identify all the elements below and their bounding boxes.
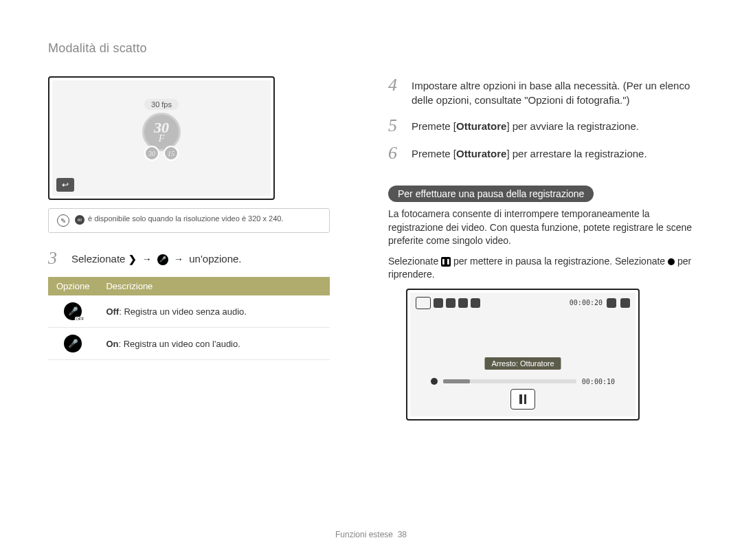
note-text-body: è disponibile solo quando la risoluzione… — [86, 214, 283, 223]
pause-button — [510, 389, 535, 410]
step-4: 4 Impostare altre opzioni in base alla n… — [388, 76, 694, 107]
options-table: Opzione Descrizione 🎤OFF Off: Registra u… — [48, 277, 330, 360]
option-off-desc: Off: Registra un video senza audio. — [98, 295, 330, 328]
mic-on-icon: 🎤 — [64, 335, 82, 352]
paragraph: La fotocamera consente di interrompere t… — [388, 208, 694, 248]
note-box: ✎ 60 è disponibile solo quando la risolu… — [48, 208, 330, 233]
note-text: 60 è disponibile solo quando la risoluzi… — [75, 214, 283, 225]
progress-bar — [443, 379, 576, 383]
record-timer: 00:00:20 — [570, 299, 603, 306]
footer-section: Funzioni estese — [335, 530, 393, 539]
lcd-screenshot-1: 30 fps 30 F 30 15 ↩ — [48, 76, 275, 200]
pause-icon: ❚❚ — [441, 257, 451, 267]
status-icon — [434, 298, 443, 308]
fps-option-30-icon: 30 — [144, 146, 159, 161]
step3-suffix: un'opzione. — [189, 253, 241, 265]
storage-icon — [607, 298, 616, 308]
battery-icon — [620, 298, 630, 308]
para2-mid: per mettere in pausa la registrazione. S… — [453, 256, 668, 267]
lcd-screenshot-2: 00:00:20 Arresto: Otturatore 00:00:10 — [406, 289, 640, 421]
pause-bars-icon — [519, 394, 526, 404]
arrow-icon: → — [139, 254, 155, 265]
step-number: 3 — [48, 249, 63, 267]
progress-time: 00:00:10 — [582, 378, 615, 385]
arrow-icon: → — [171, 254, 186, 265]
movie-mode-icon — [416, 297, 431, 309]
record-dot-icon — [431, 378, 438, 385]
step-5: 5 Premete [Otturatore] per avviare la re… — [388, 117, 694, 135]
fps-label-pill: 30 fps — [144, 99, 179, 110]
step-number: 6 — [388, 144, 403, 162]
step-body: Premete [Otturatore] per avviare la regi… — [412, 117, 639, 135]
step-body: Selezionate ❯ → 🎤 → un'opzione. — [71, 249, 242, 267]
right-column: 4 Impostare altre opzioni in base alla n… — [388, 76, 694, 421]
table-row: 🎤OFF Off: Registra un video senza audio. — [48, 295, 330, 328]
status-icon — [458, 298, 468, 308]
fps-60-icon: 60 — [75, 215, 85, 225]
step-body: Premete [Otturatore] per arrestare la re… — [412, 144, 647, 162]
fps-option-15-icon: 15 — [164, 146, 179, 161]
microphone-icon: 🎤 — [157, 254, 168, 265]
col-header-option: Opzione — [48, 277, 98, 295]
footer-page-number: 38 — [398, 530, 407, 539]
section-heading-pill: Per effettuare una pausa della registraz… — [388, 186, 594, 202]
content-columns: 30 fps 30 F 30 15 ↩ ✎ 60 è disponibile s… — [48, 76, 694, 421]
fps-f-letter: F — [159, 134, 165, 144]
back-icon: ↩ — [56, 178, 74, 192]
step3-prefix: Selezionate — [71, 253, 128, 265]
step-number: 5 — [388, 117, 403, 135]
stop-hint-tag: Arresto: Otturatore — [484, 357, 561, 370]
left-column: 30 fps 30 F 30 15 ↩ ✎ 60 è disponibile s… — [48, 76, 354, 421]
option-on-desc: On: Registra un video con l'audio. — [98, 328, 330, 360]
step-3: 3 Selezionate ❯ → 🎤 → un'opzione. — [48, 249, 354, 267]
status-icon — [446, 298, 456, 308]
mic-off-icon: 🎤OFF — [64, 302, 82, 320]
chevron-right-icon: ❯ — [128, 253, 137, 267]
page-footer: Funzioni estese 38 — [0, 530, 742, 539]
note-info-icon: ✎ — [57, 214, 69, 227]
status-icon — [471, 298, 480, 308]
step-number: 4 — [388, 76, 403, 107]
record-icon — [668, 258, 675, 265]
step-body: Impostare altre opzioni in base alla nec… — [412, 76, 694, 107]
paragraph: Selezionate ❚❚ per mettere in pausa la r… — [388, 255, 694, 282]
col-header-description: Descrizione — [98, 277, 330, 295]
para2-pre: Selezionate — [388, 256, 441, 267]
page-title: Modalità di scatto — [48, 41, 694, 56]
step-6: 6 Premete [Otturatore] per arrestare la … — [388, 144, 694, 162]
table-row: 🎤 On: Registra un video con l'audio. — [48, 328, 330, 360]
